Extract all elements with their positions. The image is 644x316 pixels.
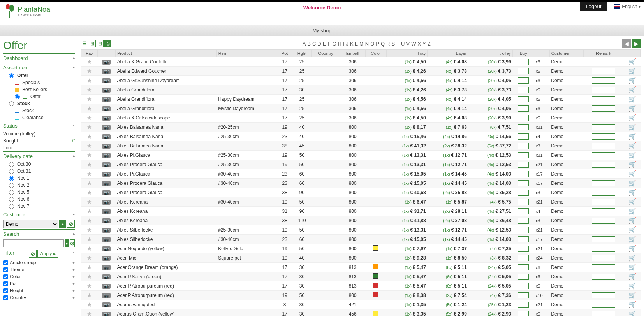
camera-icon[interactable]: 📷: [102, 162, 111, 167]
col-icon13[interactable]: [534, 50, 549, 57]
date-nov7[interactable]: Nov 7: [3, 203, 75, 210]
camera-icon[interactable]: 📷: [102, 302, 111, 307]
camera-icon[interactable]: 📷: [102, 134, 111, 139]
alpha-W[interactable]: W: [411, 41, 417, 47]
remark-input[interactable]: [592, 105, 615, 112]
remark-input[interactable]: [592, 77, 615, 84]
cart-icon[interactable]: 🛒: [628, 311, 636, 316]
filter-height[interactable]: Height▾: [3, 287, 75, 294]
alpha-M[interactable]: M: [359, 41, 365, 47]
customer-go[interactable]: ▸: [59, 220, 66, 228]
cart-icon[interactable]: 🛒: [628, 217, 636, 224]
logout-button[interactable]: Logout: [580, 2, 607, 11]
alpha-R[interactable]: R: [386, 41, 391, 47]
fav-star[interactable]: ★: [81, 95, 98, 104]
stock-item[interactable]: Stock: [3, 107, 75, 114]
cart-icon[interactable]: 🛒: [628, 152, 636, 158]
buy-input[interactable]: [518, 68, 529, 74]
cart-icon[interactable]: 🛒: [628, 124, 636, 130]
cart-icon[interactable]: 🛒: [628, 170, 636, 177]
camera-icon[interactable]: 📷: [102, 172, 111, 177]
buy-input[interactable]: [518, 77, 529, 84]
buy-input[interactable]: [518, 218, 529, 224]
fav-star[interactable]: ★: [81, 113, 98, 123]
remark-input[interactable]: [592, 227, 615, 233]
col-Remark[interactable]: Remark: [583, 50, 624, 57]
date-oct31[interactable]: Oct 31: [3, 168, 75, 175]
alpha-B[interactable]: B: [307, 41, 312, 47]
fav-star[interactable]: ★: [81, 169, 98, 179]
buy-input[interactable]: [518, 274, 529, 280]
alpha-J[interactable]: J: [346, 41, 350, 47]
filter-pot[interactable]: Pot▾: [3, 280, 75, 287]
col-Hght[interactable]: Hght: [292, 50, 311, 57]
remark-input[interactable]: [592, 264, 615, 270]
remark-input[interactable]: [592, 133, 615, 140]
col-Fav[interactable]: Fav: [81, 50, 98, 57]
cart-icon[interactable]: 🛒: [628, 68, 636, 74]
camera-icon[interactable]: 📷: [102, 69, 111, 74]
alpha-N[interactable]: N: [365, 41, 370, 47]
remark-input[interactable]: [592, 199, 615, 205]
remark-input[interactable]: [592, 115, 615, 121]
camera-icon[interactable]: 📷: [102, 190, 111, 195]
remark-input[interactable]: [592, 236, 615, 242]
fav-star[interactable]: ★: [81, 263, 98, 272]
cart-icon[interactable]: 🛒: [628, 301, 636, 308]
alpha-X[interactable]: X: [417, 41, 422, 47]
customer-section[interactable]: Customer: [3, 210, 75, 219]
specials-item[interactable]: Specials: [3, 79, 75, 86]
buy-input[interactable]: [518, 87, 529, 93]
buy-input[interactable]: [518, 96, 529, 102]
fav-star[interactable]: ★: [81, 76, 98, 85]
buy-input[interactable]: [518, 255, 529, 261]
filter-article-group[interactable]: Article group▾: [3, 259, 75, 266]
col-Pot[interactable]: Pot: [277, 50, 292, 57]
alpha-H[interactable]: H: [338, 41, 343, 47]
camera-icon[interactable]: 📷: [102, 144, 111, 149]
cart-icon[interactable]: 🛒: [628, 114, 636, 121]
remark-input[interactable]: [592, 311, 615, 316]
alpha-A[interactable]: A: [302, 41, 307, 47]
search-input[interactable]: [3, 239, 64, 247]
remark-input[interactable]: [592, 180, 615, 186]
fav-star[interactable]: ★: [81, 160, 98, 169]
fav-star[interactable]: ★: [81, 272, 98, 281]
camera-icon[interactable]: 📷: [102, 200, 111, 205]
date-nov5[interactable]: Nov 5: [3, 189, 75, 196]
delivery-section[interactable]: Delivery date: [3, 151, 75, 161]
col-Layer[interactable]: Layer: [428, 50, 468, 57]
camera-icon[interactable]: 📷: [102, 116, 111, 121]
buy-input[interactable]: [518, 59, 529, 65]
cart-icon[interactable]: 🛒: [628, 105, 636, 112]
camera-icon[interactable]: 📷: [102, 237, 111, 242]
dashboard-section[interactable]: Dashboard: [3, 53, 75, 63]
col-Emball[interactable]: Emball: [340, 50, 365, 57]
fav-star[interactable]: ★: [81, 104, 98, 113]
col-Customer[interactable]: Customer: [549, 50, 583, 57]
fav-star[interactable]: ★: [81, 253, 98, 263]
alpha-L[interactable]: L: [355, 41, 359, 47]
alpha-E[interactable]: E: [322, 41, 327, 47]
cart-icon[interactable]: 🛒: [628, 189, 636, 196]
fav-star[interactable]: ★: [81, 179, 98, 188]
logo[interactable]: PlantaNoaPIANTE & FIORI: [0, 2, 54, 21]
search-go[interactable]: ▸: [65, 239, 69, 247]
stock-group[interactable]: Stock: [3, 100, 75, 107]
camera-icon[interactable]: 📷: [102, 78, 111, 83]
col-icon16[interactable]: [624, 50, 640, 57]
cart-icon[interactable]: 🛒: [628, 208, 636, 214]
date-nov1[interactable]: Nov 1: [3, 175, 75, 182]
date-oct30[interactable]: Oct 30: [3, 161, 75, 168]
buy-input[interactable]: [518, 199, 529, 205]
remark-input[interactable]: [592, 87, 615, 93]
buy-input[interactable]: [518, 105, 529, 112]
remark-input[interactable]: [592, 59, 615, 65]
camera-icon[interactable]: 📷: [102, 181, 111, 186]
camera-icon[interactable]: 📷: [102, 274, 111, 279]
remark-input[interactable]: [592, 124, 615, 130]
cart-icon[interactable]: 🛒: [628, 283, 636, 289]
camera-icon[interactable]: 📷: [102, 246, 111, 251]
alpha-G[interactable]: G: [332, 41, 337, 47]
next-page[interactable]: ▶: [632, 39, 641, 48]
